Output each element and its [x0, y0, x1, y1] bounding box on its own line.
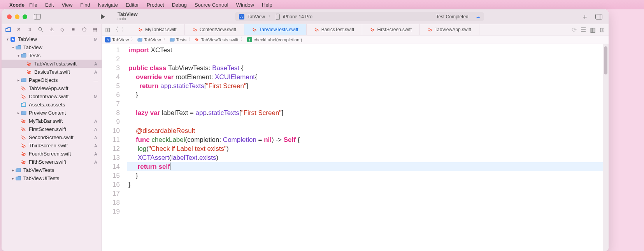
- line-number[interactable]: 1: [102, 46, 120, 55]
- navigator-row[interactable]: TabViewTests.swiftA: [2, 60, 102, 68]
- code-line[interactable]: [127, 189, 609, 198]
- go-forward-button[interactable]: 〉: [121, 26, 127, 34]
- code-line[interactable]: [127, 207, 609, 216]
- code-line[interactable]: [127, 99, 609, 108]
- menubar-item[interactable]: File: [29, 2, 37, 8]
- menubar-item[interactable]: Source Control: [195, 2, 228, 8]
- run-button[interactable]: [97, 12, 108, 21]
- line-number-gutter[interactable]: 12345678910111213141516171819: [102, 44, 124, 251]
- navigator-row[interactable]: ▸PageObjects—: [2, 76, 102, 84]
- code-line[interactable]: func checkLabel(completion: Completion =…: [127, 135, 609, 144]
- disclosure-triangle-icon[interactable]: ▸: [10, 176, 16, 180]
- menubar-item[interactable]: Edit: [45, 2, 54, 8]
- menubar-item[interactable]: Debug: [172, 2, 187, 8]
- code-line[interactable]: @discardableResult: [127, 126, 609, 135]
- editor-tab[interactable]: ContentView.swift: [185, 24, 245, 35]
- line-number[interactable]: 7: [102, 99, 120, 108]
- line-number[interactable]: 3: [102, 64, 120, 72]
- go-back-button[interactable]: 〈: [112, 26, 119, 34]
- line-number[interactable]: 2: [102, 55, 120, 64]
- window-zoom-button[interactable]: [23, 14, 27, 19]
- jump-bar[interactable]: ATabView〉TabView〉Tests〉TabViewTests.swif…: [102, 35, 609, 44]
- code-line[interactable]: log("Check if Label text exists"): [127, 144, 609, 153]
- code-line[interactable]: import XCTest: [127, 46, 609, 55]
- menubar-item[interactable]: Product: [147, 2, 164, 8]
- disclosure-triangle-icon[interactable]: ▾: [5, 37, 10, 41]
- code-line[interactable]: lazy var labelText = app.staticTexts["Fi…: [127, 108, 609, 117]
- toggle-left-panel-icon[interactable]: [32, 12, 43, 21]
- menubar-item[interactable]: Navigate: [98, 2, 118, 8]
- code-content[interactable]: import XCTest public class TabViewTests:…: [124, 44, 609, 251]
- disclosure-triangle-icon[interactable]: ▸: [10, 168, 16, 172]
- editor-tab[interactable]: TabViewTests.swift: [244, 24, 306, 35]
- code-line[interactable]: [127, 198, 609, 207]
- editor-tab[interactable]: TabViewApp.swift: [420, 24, 479, 35]
- code-line[interactable]: }: [127, 171, 609, 180]
- code-line[interactable]: }: [127, 180, 609, 189]
- adjust-editor-options-icon[interactable]: ☰: [581, 26, 586, 34]
- window-close-button[interactable]: [7, 14, 12, 19]
- code-line[interactable]: override var rootElement: XCUIElement{: [127, 72, 609, 81]
- jumpbar-segment[interactable]: TabViewTests.swift: [195, 37, 238, 42]
- code-line[interactable]: XCTAssert(labelText.exists): [127, 153, 609, 162]
- source-control-tab-icon[interactable]: ✕: [16, 27, 22, 32]
- refresh-icon[interactable]: ⟳: [572, 26, 577, 34]
- line-number[interactable]: 17: [102, 189, 120, 198]
- line-number[interactable]: 8: [102, 108, 120, 117]
- project-info[interactable]: TabView main: [118, 12, 138, 21]
- line-number[interactable]: 16: [102, 180, 120, 189]
- navigator-row[interactable]: BasicsTest.swiftA: [2, 68, 102, 76]
- navigator-row[interactable]: ▸TabViewUITests: [2, 174, 102, 182]
- jumpbar-segment[interactable]: ATabView: [105, 37, 129, 42]
- debug-navigator-tab-icon[interactable]: ≡: [70, 27, 76, 32]
- code-line[interactable]: [127, 117, 609, 126]
- project-navigator-tab-icon[interactable]: [5, 27, 11, 32]
- source-editor[interactable]: 12345678910111213141516171819 import XCT…: [102, 44, 609, 251]
- editor-tab[interactable]: BasicsTest.swift: [307, 24, 363, 35]
- add-editor-icon[interactable]: ⊞: [600, 26, 605, 34]
- window-minimize-button[interactable]: [15, 14, 19, 19]
- navigator-row[interactable]: MyTabBar.swiftA: [2, 117, 102, 125]
- line-number[interactable]: 14: [102, 162, 120, 171]
- code-line[interactable]: return app.staticTexts["First Screen"]: [127, 81, 609, 90]
- project-navigator[interactable]: ✕ ⌗ ⚠︎ ◇ ≡ ⬠ ▤ ▾ATabViewM▾TabView▾TestsT…: [2, 24, 102, 251]
- line-number[interactable]: 5: [102, 81, 120, 90]
- line-number[interactable]: 9: [102, 117, 120, 126]
- breakpoint-navigator-tab-icon[interactable]: ⬠: [81, 27, 87, 32]
- layout-icon[interactable]: ▥: [590, 26, 596, 34]
- editor-tab[interactable]: MyTabBar.swift: [130, 24, 185, 35]
- issue-navigator-tab-icon[interactable]: ⚠︎: [49, 27, 54, 32]
- navigator-row[interactable]: ▸TabViewTests: [2, 166, 102, 174]
- line-number[interactable]: 4: [102, 72, 120, 81]
- scrollbar-thumb[interactable]: [604, 46, 607, 74]
- test-navigator-tab-icon[interactable]: ◇: [60, 27, 65, 32]
- disclosure-triangle-icon[interactable]: ▸: [16, 111, 21, 115]
- line-number[interactable]: 15: [102, 171, 120, 180]
- code-line[interactable]: public class TabViewTests: BaseTest {: [127, 64, 609, 72]
- related-items-icon[interactable]: ⊞: [105, 26, 110, 34]
- navigator-row[interactable]: SecondScreen.swiftA: [2, 133, 102, 141]
- navigator-row[interactable]: FirstScreen.swiftA: [2, 125, 102, 133]
- navigator-row[interactable]: ContentView.swiftM: [2, 92, 102, 101]
- add-button[interactable]: ＋: [581, 12, 588, 21]
- navigator-row[interactable]: ThirdScreen.swiftA: [2, 141, 102, 150]
- line-number[interactable]: 13: [102, 153, 120, 162]
- code-line[interactable]: return self: [127, 162, 609, 171]
- line-number[interactable]: 12: [102, 144, 120, 153]
- line-number[interactable]: 18: [102, 198, 120, 207]
- disclosure-triangle-icon[interactable]: ▾: [10, 45, 16, 49]
- navigator-row[interactable]: ▾ATabViewM: [2, 35, 102, 43]
- menubar-item[interactable]: Editor: [126, 2, 139, 8]
- menubar-item[interactable]: Find: [80, 2, 90, 8]
- navigator-row[interactable]: ▾Tests: [2, 51, 102, 60]
- editor-tab[interactable]: FirstScreen.swift: [362, 24, 420, 35]
- navigator-row[interactable]: ▾TabView: [2, 43, 102, 51]
- jumpbar-segment[interactable]: Tests: [170, 37, 187, 42]
- navigator-row[interactable]: Assets.xcassets: [2, 101, 102, 109]
- line-number[interactable]: 11: [102, 135, 120, 144]
- menubar-item[interactable]: Window: [236, 2, 254, 8]
- menubar-app-name[interactable]: Xcode: [9, 2, 25, 8]
- find-navigator-tab-icon[interactable]: [38, 27, 44, 32]
- line-number[interactable]: 6: [102, 90, 120, 99]
- vertical-scrollbar[interactable]: [603, 44, 609, 251]
